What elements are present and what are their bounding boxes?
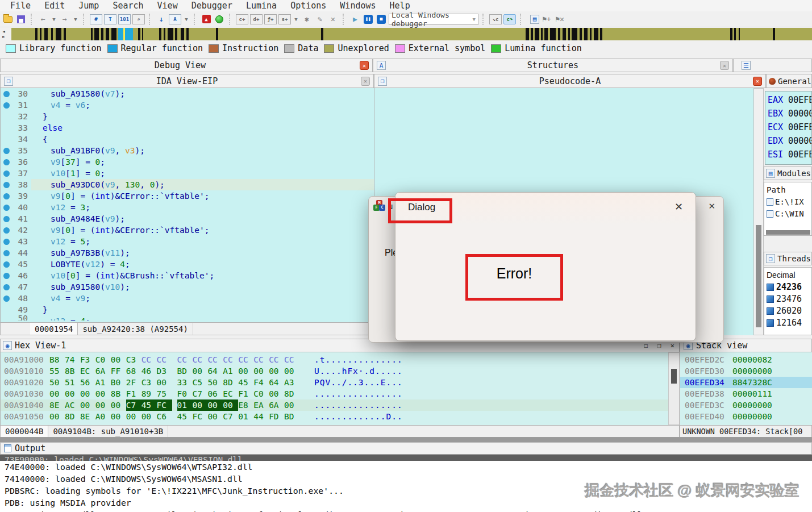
hex-byte[interactable]: B8 (49, 354, 65, 365)
thread-row[interactable]: 12164 (767, 317, 811, 329)
breakpoint-dot[interactable] (3, 102, 10, 109)
hex-byte[interactable]: CC (223, 354, 238, 365)
register-row[interactable]: EAX 00EFEE (768, 93, 811, 107)
hex-byte[interactable]: 06 (207, 388, 223, 399)
hex-byte[interactable]: CC (284, 354, 299, 365)
create-function-icon[interactable]: ƒ+ (264, 14, 277, 24)
hex-byte[interactable]: 64 (269, 377, 284, 388)
hex-byte[interactable]: F1 (126, 388, 141, 399)
hex-byte[interactable]: 00 (269, 365, 284, 377)
open-file-icon[interactable] (2, 14, 14, 24)
register-row[interactable]: EBX 000000 (768, 107, 811, 120)
breakpoint-dot[interactable] (3, 250, 10, 256)
breakpoint-dot[interactable] (3, 182, 10, 188)
hex-byte[interactable]: C3 (141, 377, 157, 388)
breakpoint-dot[interactable] (3, 273, 10, 279)
stack-view-panel[interactable]: 00EFED2C0000008200EFED300000000000EFED34… (680, 352, 812, 425)
breakpoint-dot[interactable] (3, 261, 10, 268)
hex-byte[interactable]: 8D (223, 377, 238, 388)
hex-byte[interactable]: 00 (284, 399, 299, 411)
tab-structures[interactable]: A Structures ✕ (373, 59, 733, 72)
code-line[interactable]: 45LOBYTE(v12) = 4; (1, 259, 374, 270)
hex-byte[interactable]: CC (269, 354, 284, 365)
hex-byte[interactable]: 2F (126, 377, 141, 388)
hex-byte[interactable]: 50 (49, 377, 65, 388)
hex-byte[interactable]: CC (192, 354, 207, 365)
stack-row[interactable]: 00EFED3000000000 (680, 365, 812, 377)
hex-byte[interactable]: C6 (157, 411, 172, 422)
breakpoint-dot[interactable] (3, 295, 10, 302)
module-row[interactable]: E:\!IX (767, 196, 811, 208)
breakpoint-list-icon[interactable]: ▲ (201, 14, 212, 24)
code-line[interactable]: 48v4 = v9; (1, 293, 374, 304)
hex-byte[interactable]: 00 (111, 399, 126, 411)
hex-byte[interactable]: F0 (177, 388, 193, 399)
window-list-button[interactable]: ☰ (733, 59, 812, 72)
navigation-band[interactable] (11, 28, 812, 40)
hex-byte[interactable]: CC (238, 354, 253, 365)
menu-item-view[interactable]: View (151, 1, 185, 11)
hex-byte[interactable]: 6A (95, 365, 111, 377)
breakpoint-dot[interactable] (3, 284, 10, 290)
breakpoint-dot[interactable] (3, 239, 10, 245)
breakpoint-dot[interactable] (3, 148, 10, 154)
string-dropdown-icon[interactable]: ▼ (293, 14, 299, 24)
hex-byte[interactable]: CC (141, 354, 157, 365)
hex-byte[interactable]: A3 (284, 377, 299, 388)
hex-byte[interactable]: A0 (95, 411, 111, 422)
hex-byte[interactable]: 45 (141, 399, 157, 411)
panel-title-ida-view[interactable]: ❐ IDA View-EIP ✕ (0, 74, 374, 88)
thread-row[interactable]: 26020 (767, 305, 811, 317)
code-line[interactable]: 46v10[0] = (int)&CBrush::`vftable'; (1, 270, 374, 281)
hex-byte[interactable]: 00 (111, 354, 126, 365)
code-line[interactable]: 50v12 = 4; (1, 315, 374, 320)
hex-byte[interactable]: 8B (111, 388, 126, 399)
thread-row[interactable]: 24236 (767, 281, 811, 293)
debug-windows-icon[interactable]: ▤ (530, 15, 539, 24)
hex-byte[interactable]: 00 (111, 411, 126, 422)
code-line[interactable]: 49} (1, 304, 374, 315)
hex-byte[interactable]: F4 (253, 377, 269, 388)
close-ida-view-icon[interactable]: ✕ (361, 77, 370, 86)
thread-row[interactable]: 23476 (767, 293, 811, 305)
hex-byte[interactable]: 46 (141, 365, 157, 377)
remove-bookmark-icon[interactable]: ⚑✕ (554, 14, 565, 24)
registers-panel[interactable]: EAX 00EFEEEBX 000000ECX 00EFEEEDX 000000… (765, 91, 812, 165)
resume-process-icon[interactable] (214, 14, 225, 24)
panel-title-output[interactable]: Output (0, 442, 812, 455)
save-icon[interactable] (15, 14, 27, 24)
hex-byte[interactable]: 00 (223, 399, 238, 411)
hex-dump-panel[interactable]: 00A91000B874F3C000C3CCCCCCCCCCCCCCCCCCCC… (0, 352, 668, 425)
hex-byte[interactable]: 45 (238, 377, 253, 388)
hex-byte[interactable]: C5 (192, 377, 207, 388)
breakpoint-dot[interactable] (3, 91, 10, 97)
close-pseudocode-icon[interactable]: ✕ (753, 77, 762, 86)
hex-byte[interactable]: 75 (157, 388, 172, 399)
search-values-icon[interactable]: 101 (118, 14, 131, 24)
hex-byte[interactable]: EA (253, 399, 269, 411)
menu-item-search[interactable]: Search (106, 1, 150, 11)
search-hex-icon[interactable]: # (90, 14, 102, 24)
code-line[interactable]: 32} (1, 111, 374, 122)
hex-view-scrollbar[interactable] (668, 352, 680, 425)
hex-byte[interactable]: FD (269, 411, 284, 422)
hex-byte[interactable]: C7 (192, 388, 207, 399)
hex-byte[interactable]: 8D (65, 411, 80, 422)
hex-byte[interactable]: CC (177, 354, 193, 365)
hex-byte[interactable]: BD (284, 411, 299, 422)
hex-row[interactable]: 00A91030000000008BF18975F0C706ECF1C0008D… (1, 388, 668, 399)
float-panel-icon[interactable]: ❐ (657, 342, 661, 349)
code-line[interactable]: 41sub_A9484E(v9); (1, 213, 374, 224)
names-dropdown-icon[interactable]: ▼ (183, 14, 190, 24)
search-next-icon[interactable]: ⌕ (132, 14, 145, 24)
back-dropdown-icon[interactable]: ▼ (51, 14, 57, 24)
threads-list-panel[interactable]: Decimal 24236234762602012164 (764, 267, 812, 335)
forward-dropdown-icon[interactable]: ▼ (72, 14, 79, 24)
hex-byte[interactable]: EC (223, 388, 238, 399)
hex-byte[interactable]: 00 (95, 399, 111, 411)
menu-item-help[interactable]: Help (383, 1, 417, 11)
hex-byte[interactable]: 44 (253, 411, 269, 422)
panel-splitter[interactable] (0, 438, 812, 442)
code-line[interactable]: 39v9[0] = (int)&CError::`vftable'; (1, 190, 374, 202)
pause-process-icon[interactable]: ❚❚ (363, 14, 374, 24)
